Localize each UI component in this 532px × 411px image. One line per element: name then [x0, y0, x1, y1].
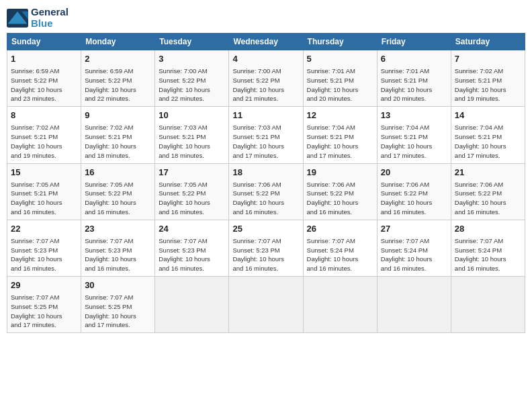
day-number: 28: [455, 223, 521, 235]
calendar-cell: 22Sunrise: 7:07 AMSunset: 5:23 PMDayligh…: [7, 220, 81, 276]
calendar-cell: 9Sunrise: 7:02 AMSunset: 5:21 PMDaylight…: [81, 107, 155, 163]
calendar-cell: 21Sunrise: 7:06 AMSunset: 5:22 PMDayligh…: [451, 163, 525, 220]
calendar-cell: 4Sunrise: 7:00 AMSunset: 5:22 PMDaylight…: [229, 50, 303, 107]
header: General Blue: [7, 7, 525, 29]
calendar-cell: 15Sunrise: 7:05 AMSunset: 5:21 PMDayligh…: [7, 163, 81, 220]
day-number: 4: [232, 53, 299, 65]
day-number: 26: [307, 223, 373, 235]
calendar-cell: 19Sunrise: 7:06 AMSunset: 5:22 PMDayligh…: [303, 163, 377, 220]
day-info: Sunrise: 7:01 AMSunset: 5:21 PMDaylight:…: [381, 66, 447, 103]
calendar-cell: 11Sunrise: 7:03 AMSunset: 5:21 PMDayligh…: [229, 107, 303, 163]
calendar-week-4: 22Sunrise: 7:07 AMSunset: 5:23 PMDayligh…: [7, 220, 525, 276]
calendar-cell: 1Sunrise: 6:59 AMSunset: 5:22 PMDaylight…: [7, 50, 81, 107]
calendar-cell: 2Sunrise: 6:59 AMSunset: 5:22 PMDaylight…: [81, 50, 155, 107]
calendar-cell: 28Sunrise: 7:07 AMSunset: 5:24 PMDayligh…: [451, 220, 525, 276]
day-number: 2: [85, 53, 151, 65]
calendar-cell: 27Sunrise: 7:07 AMSunset: 5:24 PMDayligh…: [377, 220, 451, 276]
logo-icon: [7, 9, 28, 28]
logo-text: General Blue: [31, 7, 69, 29]
calendar-cell: 14Sunrise: 7:04 AMSunset: 5:21 PMDayligh…: [451, 107, 525, 163]
calendar-cell: 17Sunrise: 7:05 AMSunset: 5:22 PMDayligh…: [155, 163, 229, 220]
day-number: 12: [307, 109, 373, 122]
day-info: Sunrise: 7:02 AMSunset: 5:21 PMDaylight:…: [455, 66, 521, 103]
day-info: Sunrise: 7:06 AMSunset: 5:22 PMDaylight:…: [381, 180, 447, 217]
day-number: 3: [159, 53, 225, 65]
logo: General Blue: [7, 7, 69, 29]
day-number: 7: [455, 53, 521, 65]
day-number: 29: [11, 279, 77, 291]
day-info: Sunrise: 7:05 AMSunset: 5:21 PMDaylight:…: [11, 180, 77, 217]
calendar-cell: 24Sunrise: 7:07 AMSunset: 5:23 PMDayligh…: [155, 220, 229, 276]
calendar-cell: 5Sunrise: 7:01 AMSunset: 5:21 PMDaylight…: [303, 50, 377, 107]
day-number: 11: [232, 109, 299, 122]
day-number: 9: [85, 109, 151, 122]
day-number: 19: [307, 167, 373, 179]
day-info: Sunrise: 7:07 AMSunset: 5:23 PMDaylight:…: [159, 236, 225, 273]
day-number: 16: [85, 167, 151, 179]
weekday-header-wednesday: Wednesday: [229, 34, 303, 50]
day-info: Sunrise: 6:59 AMSunset: 5:22 PMDaylight:…: [11, 66, 77, 103]
day-number: 17: [159, 167, 225, 179]
day-info: Sunrise: 7:07 AMSunset: 5:25 PMDaylight:…: [85, 293, 151, 330]
calendar-week-5: 29Sunrise: 7:07 AMSunset: 5:25 PMDayligh…: [7, 277, 525, 333]
calendar-cell: [451, 277, 525, 333]
calendar-week-2: 8Sunrise: 7:02 AMSunset: 5:21 PMDaylight…: [7, 107, 525, 163]
day-number: 18: [232, 167, 299, 179]
calendar-header: SundayMondayTuesdayWednesdayThursdayFrid…: [7, 34, 525, 50]
day-info: Sunrise: 7:05 AMSunset: 5:22 PMDaylight:…: [159, 180, 225, 217]
weekday-header-sunday: Sunday: [7, 34, 81, 50]
calendar-cell: 10Sunrise: 7:03 AMSunset: 5:21 PMDayligh…: [155, 107, 229, 163]
day-number: 24: [159, 223, 225, 235]
day-number: 6: [381, 53, 447, 65]
calendar-cell: [377, 277, 451, 333]
calendar-week-1: 1Sunrise: 6:59 AMSunset: 5:22 PMDaylight…: [7, 50, 525, 107]
weekday-header-friday: Friday: [377, 34, 451, 50]
day-info: Sunrise: 7:00 AMSunset: 5:22 PMDaylight:…: [232, 66, 299, 103]
day-info: Sunrise: 7:07 AMSunset: 5:24 PMDaylight:…: [381, 236, 447, 273]
day-number: 27: [381, 223, 447, 235]
calendar-cell: 20Sunrise: 7:06 AMSunset: 5:22 PMDayligh…: [377, 163, 451, 220]
weekday-header-saturday: Saturday: [451, 34, 525, 50]
calendar-cell: [155, 277, 229, 333]
day-number: 25: [232, 223, 299, 235]
weekday-header-monday: Monday: [81, 34, 155, 50]
day-number: 5: [307, 53, 373, 65]
calendar-cell: 26Sunrise: 7:07 AMSunset: 5:24 PMDayligh…: [303, 220, 377, 276]
day-info: Sunrise: 7:03 AMSunset: 5:21 PMDaylight:…: [159, 123, 225, 160]
calendar-week-3: 15Sunrise: 7:05 AMSunset: 5:21 PMDayligh…: [7, 163, 525, 220]
day-info: Sunrise: 7:07 AMSunset: 5:23 PMDaylight:…: [232, 236, 299, 273]
calendar-cell: 29Sunrise: 7:07 AMSunset: 5:25 PMDayligh…: [7, 277, 81, 333]
calendar-cell: 8Sunrise: 7:02 AMSunset: 5:21 PMDaylight…: [7, 107, 81, 163]
day-number: 30: [85, 279, 151, 291]
day-info: Sunrise: 7:07 AMSunset: 5:23 PMDaylight:…: [85, 236, 151, 273]
weekday-header-thursday: Thursday: [303, 34, 377, 50]
calendar-cell: 30Sunrise: 7:07 AMSunset: 5:25 PMDayligh…: [81, 277, 155, 333]
day-info: Sunrise: 7:03 AMSunset: 5:21 PMDaylight:…: [232, 123, 299, 160]
weekday-header-tuesday: Tuesday: [155, 34, 229, 50]
calendar-cell: 25Sunrise: 7:07 AMSunset: 5:23 PMDayligh…: [229, 220, 303, 276]
day-info: Sunrise: 7:04 AMSunset: 5:21 PMDaylight:…: [381, 123, 447, 160]
day-number: 10: [159, 109, 225, 122]
day-number: 23: [85, 223, 151, 235]
day-number: 8: [11, 109, 77, 122]
day-info: Sunrise: 7:06 AMSunset: 5:22 PMDaylight:…: [307, 180, 373, 217]
day-info: Sunrise: 7:02 AMSunset: 5:21 PMDaylight:…: [11, 123, 77, 160]
calendar-cell: 18Sunrise: 7:06 AMSunset: 5:22 PMDayligh…: [229, 163, 303, 220]
day-info: Sunrise: 7:04 AMSunset: 5:21 PMDaylight:…: [455, 123, 521, 160]
day-info: Sunrise: 7:06 AMSunset: 5:22 PMDaylight:…: [232, 180, 299, 217]
calendar-cell: 7Sunrise: 7:02 AMSunset: 5:21 PMDaylight…: [451, 50, 525, 107]
calendar-cell: 23Sunrise: 7:07 AMSunset: 5:23 PMDayligh…: [81, 220, 155, 276]
weekday-header-row: SundayMondayTuesdayWednesdayThursdayFrid…: [7, 34, 525, 50]
calendar-cell: 12Sunrise: 7:04 AMSunset: 5:21 PMDayligh…: [303, 107, 377, 163]
day-info: Sunrise: 7:02 AMSunset: 5:21 PMDaylight:…: [85, 123, 151, 160]
day-info: Sunrise: 7:01 AMSunset: 5:21 PMDaylight:…: [307, 66, 373, 103]
day-info: Sunrise: 7:06 AMSunset: 5:22 PMDaylight:…: [455, 180, 521, 217]
day-info: Sunrise: 7:00 AMSunset: 5:22 PMDaylight:…: [159, 66, 225, 103]
calendar-cell: 3Sunrise: 7:00 AMSunset: 5:22 PMDaylight…: [155, 50, 229, 107]
calendar-cell: [229, 277, 303, 333]
day-number: 20: [381, 167, 447, 179]
day-info: Sunrise: 6:59 AMSunset: 5:22 PMDaylight:…: [85, 66, 151, 103]
calendar: SundayMondayTuesdayWednesdayThursdayFrid…: [7, 33, 525, 333]
day-number: 1: [11, 53, 77, 65]
day-info: Sunrise: 7:07 AMSunset: 5:25 PMDaylight:…: [11, 293, 77, 330]
